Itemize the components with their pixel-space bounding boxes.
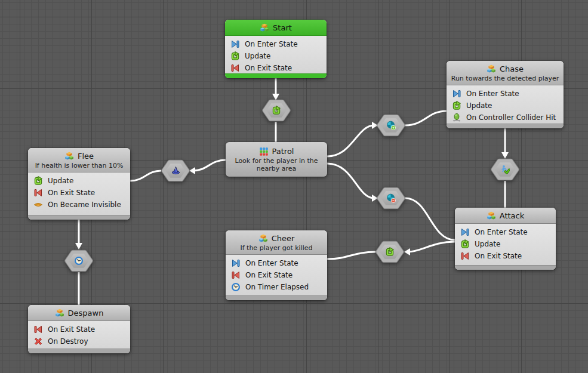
event-label: On Became Invisible bbox=[48, 201, 121, 209]
state-cubes-icon bbox=[487, 64, 496, 74]
on-exit-state-icon bbox=[230, 63, 240, 73]
transition-attack-cheer[interactable] bbox=[375, 241, 404, 263]
node-footer bbox=[226, 295, 327, 300]
state-header[interactable]: Flee If health is lower than 10% bbox=[28, 148, 130, 172]
state-node-cheer[interactable]: Cheer If the player got killed On Enter … bbox=[226, 230, 327, 300]
state-title: Cheer bbox=[272, 233, 295, 243]
state-subtitle: Look for the player in the nearby area bbox=[229, 157, 324, 172]
event-label: Update bbox=[475, 240, 500, 248]
state-header[interactable]: Patrol Look for the player in the nearby… bbox=[226, 142, 327, 175]
state-title: Chase bbox=[500, 64, 524, 74]
update-icon bbox=[230, 51, 240, 61]
event-row[interactable]: Update bbox=[230, 50, 321, 62]
on-exit-state-icon bbox=[460, 251, 470, 261]
state-header[interactable]: Cheer If the player got killed bbox=[226, 230, 327, 255]
event-row[interactable]: On Exit State bbox=[33, 323, 125, 335]
event-row[interactable]: On Destroy bbox=[33, 335, 125, 347]
became-invisible-icon bbox=[33, 200, 43, 209]
controller-collider-icon bbox=[452, 113, 461, 122]
state-title: Despawn bbox=[68, 308, 104, 318]
state-node-start[interactable]: Start On Enter State Update On Exit Stat… bbox=[225, 20, 327, 78]
state-cubes-icon bbox=[487, 211, 496, 221]
state-node-patrol[interactable]: Patrol Look for the player in the nearby… bbox=[226, 142, 327, 177]
state-graph-canvas[interactable]: Start On Enter State Update On Exit Stat… bbox=[0, 0, 588, 373]
update-icon bbox=[272, 106, 281, 115]
state-subtitle: Run towards the detected player bbox=[450, 75, 560, 82]
state-subtitle: If health is lower than 10% bbox=[32, 162, 127, 169]
update-icon bbox=[385, 247, 395, 257]
wizard-hat-icon bbox=[171, 166, 180, 175]
event-label: Update bbox=[466, 101, 492, 110]
transition-chase-attack[interactable] bbox=[491, 158, 519, 181]
event-row[interactable]: On Enter State bbox=[452, 88, 558, 100]
event-row[interactable]: On Exit State bbox=[33, 187, 125, 199]
update-icon bbox=[33, 176, 43, 186]
event-row[interactable]: Update bbox=[460, 238, 550, 250]
timer-icon bbox=[74, 256, 84, 266]
state-node-despawn[interactable]: Despawn On Exit State On Destroy bbox=[28, 305, 130, 353]
state-cubes-icon bbox=[64, 152, 74, 161]
state-header[interactable]: Start bbox=[225, 20, 327, 36]
state-node-attack[interactable]: Attack On Enter State Update On Exit Sta… bbox=[455, 208, 556, 270]
state-header[interactable]: Attack bbox=[455, 208, 556, 224]
event-label: On Enter State bbox=[245, 40, 298, 48]
on-exit-state-icon bbox=[33, 188, 43, 198]
state-node-flee[interactable]: Flee If health is lower than 10% Update … bbox=[28, 148, 130, 220]
on-exit-state-icon bbox=[33, 325, 43, 334]
event-label: On Exit State bbox=[48, 189, 95, 197]
transition-start-patrol[interactable] bbox=[262, 99, 291, 122]
node-footer bbox=[447, 124, 564, 128]
state-cubes-icon bbox=[260, 23, 269, 33]
state-title: Start bbox=[273, 23, 292, 33]
event-row[interactable]: On Exit State bbox=[460, 250, 550, 262]
event-row[interactable]: On Timer Elapsed bbox=[231, 281, 322, 293]
event-label: On Timer Elapsed bbox=[245, 283, 309, 291]
transition-patrol-attack[interactable] bbox=[377, 187, 405, 209]
transition-flee-despawn[interactable] bbox=[64, 249, 93, 272]
state-subtitle: If the player got killed bbox=[229, 244, 324, 252]
event-label: On Exit State bbox=[48, 325, 95, 334]
event-row[interactable]: Update bbox=[452, 100, 558, 112]
timer-icon bbox=[231, 282, 241, 292]
state-header[interactable]: Despawn bbox=[28, 305, 130, 321]
on-enter-state-icon bbox=[460, 227, 470, 237]
destroy-icon bbox=[33, 337, 43, 346]
node-footer bbox=[28, 215, 130, 220]
node-footer bbox=[455, 265, 556, 270]
trigger-exit-icon bbox=[386, 193, 396, 203]
state-title: Flee bbox=[78, 151, 94, 161]
event-label: On Exit State bbox=[245, 271, 293, 279]
state-cubes-icon bbox=[55, 309, 64, 318]
event-label: Update bbox=[245, 52, 270, 60]
event-label: On Destroy bbox=[48, 337, 88, 346]
event-label: Update bbox=[48, 177, 73, 185]
update-icon bbox=[452, 101, 461, 110]
event-label: On Exit State bbox=[475, 252, 522, 260]
state-node-chase[interactable]: Chase Run towards the detected player On… bbox=[447, 61, 564, 128]
state-title: Patrol bbox=[272, 146, 294, 156]
grid-icon bbox=[259, 147, 269, 156]
event-row[interactable]: On Enter State bbox=[460, 226, 550, 238]
event-label: On Enter State bbox=[475, 228, 528, 236]
event-row[interactable]: On Exit State bbox=[230, 62, 321, 74]
event-label: On Enter State bbox=[466, 90, 519, 98]
update-icon bbox=[460, 239, 470, 249]
event-row[interactable]: On Controller Collider Hit bbox=[452, 112, 558, 124]
event-label: On Enter State bbox=[245, 259, 298, 267]
event-row[interactable]: On Became Invisible bbox=[33, 199, 125, 211]
on-enter-state-icon bbox=[452, 89, 461, 98]
event-row[interactable]: On Enter State bbox=[231, 257, 322, 269]
event-row[interactable]: Update bbox=[33, 175, 125, 187]
state-header[interactable]: Chase Run towards the detected player bbox=[447, 61, 564, 85]
on-enter-state-icon bbox=[231, 258, 241, 268]
event-row[interactable]: On Enter State bbox=[230, 38, 321, 50]
event-label: On Exit State bbox=[245, 64, 292, 72]
event-row[interactable]: On Exit State bbox=[231, 269, 322, 281]
on-exit-state-icon bbox=[231, 270, 241, 280]
trigger-enter-icon bbox=[386, 121, 396, 130]
state-cubes-icon bbox=[258, 234, 268, 243]
transition-patrol-chase[interactable] bbox=[377, 114, 405, 137]
node-footer bbox=[225, 73, 327, 78]
transition-patrol-flee[interactable] bbox=[161, 159, 190, 182]
node-footer bbox=[28, 349, 130, 353]
